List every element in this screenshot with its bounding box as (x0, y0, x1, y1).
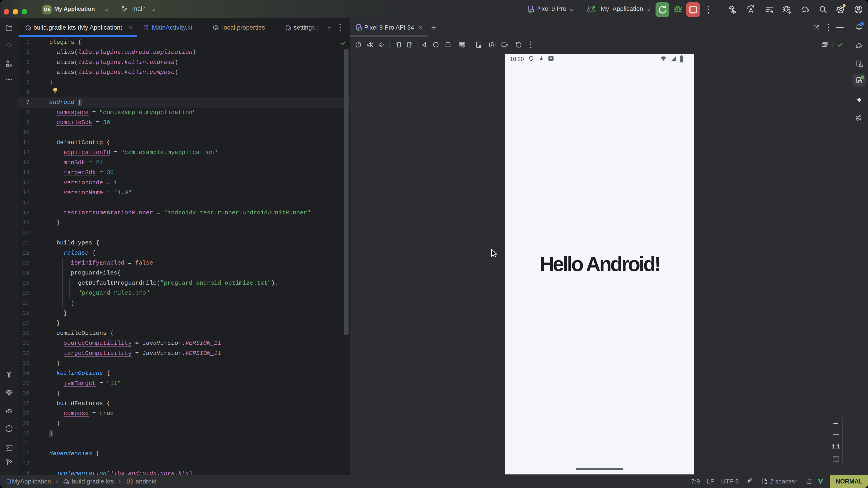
svg-text:A: A (550, 57, 552, 60)
